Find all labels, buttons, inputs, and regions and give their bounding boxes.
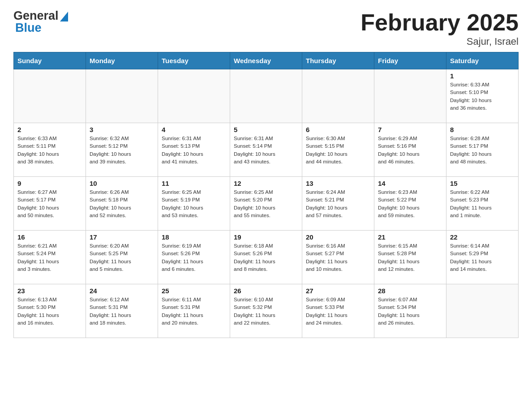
day-number-26: 26	[234, 287, 298, 295]
page-title: February 2025	[360, 9, 519, 36]
calendar-cell-w4-d1: 24Sunrise: 6:12 AM Sunset: 5:31 PM Dayli…	[86, 284, 158, 338]
calendar-cell-w3-d2: 18Sunrise: 6:19 AM Sunset: 5:26 PM Dayli…	[158, 231, 230, 284]
day-number-10: 10	[90, 180, 154, 187]
calendar-cell-w0-d4	[302, 69, 374, 123]
col-thursday: Thursday	[302, 52, 374, 69]
day-info-27: Sunrise: 6:09 AM Sunset: 5:33 PM Dayligh…	[306, 296, 370, 327]
day-info-14: Sunrise: 6:23 AM Sunset: 5:22 PM Dayligh…	[378, 188, 442, 219]
day-number-11: 11	[162, 180, 226, 187]
svg-marker-0	[60, 12, 68, 21]
calendar-cell-w0-d2	[158, 69, 230, 123]
calendar-row-0: 1Sunrise: 6:33 AM Sunset: 5:10 PM Daylig…	[14, 69, 519, 123]
calendar-row-1: 2Sunrise: 6:33 AM Sunset: 5:11 PM Daylig…	[14, 123, 519, 177]
day-info-20: Sunrise: 6:16 AM Sunset: 5:27 PM Dayligh…	[306, 242, 370, 273]
col-sunday: Sunday	[14, 52, 86, 69]
col-wednesday: Wednesday	[230, 52, 302, 69]
day-number-19: 19	[234, 233, 298, 241]
logo-triangle-icon	[60, 12, 68, 21]
day-number-1: 1	[450, 72, 515, 80]
day-number-22: 22	[450, 233, 515, 241]
day-info-16: Sunrise: 6:21 AM Sunset: 5:24 PM Dayligh…	[17, 242, 82, 273]
calendar-cell-w0-d3	[230, 69, 302, 123]
calendar-row-4: 23Sunrise: 6:13 AM Sunset: 5:30 PM Dayli…	[14, 284, 519, 338]
calendar-cell-w1-d4: 6Sunrise: 6:30 AM Sunset: 5:15 PM Daylig…	[302, 123, 374, 177]
day-number-21: 21	[378, 233, 442, 241]
calendar-cell-w3-d3: 19Sunrise: 6:18 AM Sunset: 5:26 PM Dayli…	[230, 231, 302, 284]
day-number-24: 24	[90, 287, 154, 295]
calendar-cell-w0-d6: 1Sunrise: 6:33 AM Sunset: 5:10 PM Daylig…	[446, 69, 519, 123]
page-header: General Blue February 2025 Sajur, Israel	[13, 9, 519, 47]
day-number-15: 15	[450, 180, 515, 187]
calendar-cell-w0-d5	[374, 69, 446, 123]
calendar-cell-w2-d1: 10Sunrise: 6:26 AM Sunset: 5:18 PM Dayli…	[86, 177, 158, 231]
day-info-17: Sunrise: 6:20 AM Sunset: 5:25 PM Dayligh…	[90, 242, 154, 273]
day-number-23: 23	[17, 287, 82, 295]
day-info-9: Sunrise: 6:27 AM Sunset: 5:17 PM Dayligh…	[17, 188, 82, 219]
day-number-28: 28	[378, 287, 442, 295]
calendar-cell-w0-d0	[14, 69, 86, 123]
day-info-6: Sunrise: 6:30 AM Sunset: 5:15 PM Dayligh…	[306, 135, 370, 166]
day-info-15: Sunrise: 6:22 AM Sunset: 5:23 PM Dayligh…	[450, 188, 515, 219]
col-saturday: Saturday	[446, 52, 519, 69]
day-number-7: 7	[378, 126, 442, 133]
col-tuesday: Tuesday	[158, 52, 230, 69]
day-number-17: 17	[90, 233, 154, 241]
page-subtitle: Sajur, Israel	[360, 36, 519, 47]
calendar-cell-w2-d6: 15Sunrise: 6:22 AM Sunset: 5:23 PM Dayli…	[446, 177, 519, 231]
day-info-2: Sunrise: 6:33 AM Sunset: 5:11 PM Dayligh…	[17, 135, 82, 166]
day-info-23: Sunrise: 6:13 AM Sunset: 5:30 PM Dayligh…	[17, 296, 82, 327]
calendar-cell-w2-d4: 13Sunrise: 6:24 AM Sunset: 5:21 PM Dayli…	[302, 177, 374, 231]
col-monday: Monday	[86, 52, 158, 69]
calendar-cell-w3-d4: 20Sunrise: 6:16 AM Sunset: 5:27 PM Dayli…	[302, 231, 374, 284]
logo-blue-text: Blue	[15, 21, 42, 35]
calendar-cell-w2-d5: 14Sunrise: 6:23 AM Sunset: 5:22 PM Dayli…	[374, 177, 446, 231]
day-number-6: 6	[306, 126, 370, 133]
day-number-13: 13	[306, 180, 370, 187]
logo: General Blue	[13, 9, 68, 35]
day-number-8: 8	[450, 126, 515, 133]
calendar-cell-w1-d0: 2Sunrise: 6:33 AM Sunset: 5:11 PM Daylig…	[14, 123, 86, 177]
calendar-cell-w2-d2: 11Sunrise: 6:25 AM Sunset: 5:19 PM Dayli…	[158, 177, 230, 231]
day-info-3: Sunrise: 6:32 AM Sunset: 5:12 PM Dayligh…	[90, 135, 154, 166]
day-info-11: Sunrise: 6:25 AM Sunset: 5:19 PM Dayligh…	[162, 188, 226, 219]
day-number-25: 25	[162, 287, 226, 295]
day-number-27: 27	[306, 287, 370, 295]
calendar-cell-w1-d2: 4Sunrise: 6:31 AM Sunset: 5:13 PM Daylig…	[158, 123, 230, 177]
day-number-20: 20	[306, 233, 370, 241]
day-number-18: 18	[162, 233, 226, 241]
calendar-cell-w4-d6	[446, 284, 519, 338]
calendar-cell-w1-d1: 3Sunrise: 6:32 AM Sunset: 5:12 PM Daylig…	[86, 123, 158, 177]
col-friday: Friday	[374, 52, 446, 69]
day-info-12: Sunrise: 6:25 AM Sunset: 5:20 PM Dayligh…	[234, 188, 298, 219]
day-info-26: Sunrise: 6:10 AM Sunset: 5:32 PM Dayligh…	[234, 296, 298, 327]
day-info-5: Sunrise: 6:31 AM Sunset: 5:14 PM Dayligh…	[234, 135, 298, 166]
day-info-25: Sunrise: 6:11 AM Sunset: 5:31 PM Dayligh…	[162, 296, 226, 327]
day-number-5: 5	[234, 126, 298, 133]
day-info-1: Sunrise: 6:33 AM Sunset: 5:10 PM Dayligh…	[450, 81, 515, 112]
calendar-cell-w2-d3: 12Sunrise: 6:25 AM Sunset: 5:20 PM Dayli…	[230, 177, 302, 231]
day-number-16: 16	[17, 233, 82, 241]
day-info-18: Sunrise: 6:19 AM Sunset: 5:26 PM Dayligh…	[162, 242, 226, 273]
calendar-cell-w4-d4: 27Sunrise: 6:09 AM Sunset: 5:33 PM Dayli…	[302, 284, 374, 338]
day-info-22: Sunrise: 6:14 AM Sunset: 5:29 PM Dayligh…	[450, 242, 515, 273]
calendar-cell-w3-d1: 17Sunrise: 6:20 AM Sunset: 5:25 PM Dayli…	[86, 231, 158, 284]
day-info-8: Sunrise: 6:28 AM Sunset: 5:17 PM Dayligh…	[450, 135, 515, 166]
calendar-cell-w4-d3: 26Sunrise: 6:10 AM Sunset: 5:32 PM Dayli…	[230, 284, 302, 338]
calendar-cell-w1-d6: 8Sunrise: 6:28 AM Sunset: 5:17 PM Daylig…	[446, 123, 519, 177]
day-number-4: 4	[162, 126, 226, 133]
calendar-cell-w0-d1	[86, 69, 158, 123]
calendar-cell-w4-d5: 28Sunrise: 6:07 AM Sunset: 5:34 PM Dayli…	[374, 284, 446, 338]
day-info-19: Sunrise: 6:18 AM Sunset: 5:26 PM Dayligh…	[234, 242, 298, 273]
calendar-cell-w3-d0: 16Sunrise: 6:21 AM Sunset: 5:24 PM Dayli…	[14, 231, 86, 284]
calendar-cell-w3-d5: 21Sunrise: 6:15 AM Sunset: 5:28 PM Dayli…	[374, 231, 446, 284]
day-info-28: Sunrise: 6:07 AM Sunset: 5:34 PM Dayligh…	[378, 296, 442, 327]
calendar-cell-w2-d0: 9Sunrise: 6:27 AM Sunset: 5:17 PM Daylig…	[14, 177, 86, 231]
day-info-21: Sunrise: 6:15 AM Sunset: 5:28 PM Dayligh…	[378, 242, 442, 273]
title-block: February 2025 Sajur, Israel	[360, 9, 519, 47]
day-info-10: Sunrise: 6:26 AM Sunset: 5:18 PM Dayligh…	[90, 188, 154, 219]
calendar-header-row: Sunday Monday Tuesday Wednesday Thursday…	[14, 52, 519, 69]
calendar-cell-w3-d6: 22Sunrise: 6:14 AM Sunset: 5:29 PM Dayli…	[446, 231, 519, 284]
calendar-row-3: 16Sunrise: 6:21 AM Sunset: 5:24 PM Dayli…	[14, 231, 519, 284]
day-number-14: 14	[378, 180, 442, 187]
day-number-3: 3	[90, 126, 154, 133]
